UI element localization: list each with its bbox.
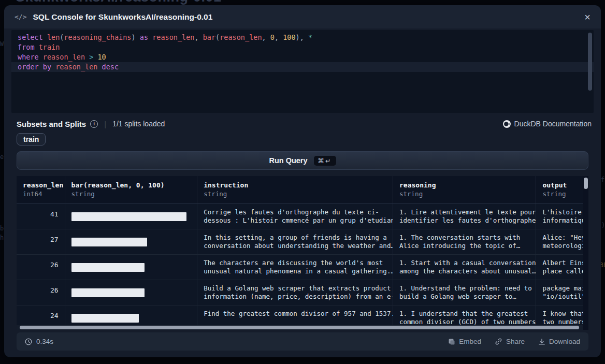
cell-output: Albert Einste place called — [536, 255, 588, 280]
value-bar — [71, 263, 145, 272]
cell-bar — [65, 204, 198, 229]
code-line[interactable]: where reason_len > 10 — [11, 52, 594, 62]
cell-instruction: Corrige les fautes d'orthographe du text… — [197, 204, 393, 229]
code-token: from — [18, 43, 39, 51]
code-token: train — [39, 43, 60, 51]
cell-reason-len: 27 — [17, 229, 65, 254]
duckdb-doc-link[interactable]: DuckDB Documentation — [503, 120, 592, 128]
backdrop-text-fragment: h — [0, 234, 4, 241]
download-icon — [538, 338, 545, 345]
subsets-splits-row: Subsets and Splits i | 1/1 splits loaded… — [17, 118, 592, 129]
code-token: reasoning_chains — [64, 33, 131, 41]
table-row[interactable]: 41Corrige les fautes d'orthographe du te… — [17, 204, 588, 229]
table-row[interactable]: 27In this setting, a group of friends is… — [17, 229, 588, 255]
code-token: select — [18, 33, 47, 41]
column-name: instruction — [204, 181, 386, 189]
download-button[interactable]: Download — [538, 338, 580, 345]
column-header-instruction[interactable]: instructionstring — [197, 176, 393, 203]
column-header-reason-len[interactable]: reason_lenint64 — [17, 176, 65, 203]
cell-reasoning: 1. Start with a casual conversation amon… — [393, 255, 536, 280]
split-chip-train[interactable]: train — [17, 133, 46, 145]
editor-scrollbar[interactable] — [588, 33, 592, 91]
divider: | — [104, 120, 106, 128]
column-name: output — [542, 181, 582, 189]
code-token: reason_len — [43, 53, 89, 61]
sql-editor[interactable]: select len(reasoning_chains) as reason_l… — [11, 30, 594, 113]
code-token: 100 — [283, 33, 295, 41]
code-token: as — [140, 33, 148, 41]
code-token: ( — [215, 33, 220, 41]
table-horizontal-scrollbar[interactable] — [17, 325, 583, 330]
column-name: bar(reason_len, 0, 100) — [71, 181, 191, 189]
code-token: len — [47, 33, 60, 41]
footer-actions: Embed Share Download — [448, 338, 580, 345]
table-row[interactable]: 26Build a Golang web scraper that extrac… — [17, 280, 588, 305]
duckdb-logo-icon — [503, 120, 511, 128]
code-token: reason_len — [55, 63, 102, 71]
run-query-button[interactable]: Run Query ⌘↵ — [17, 151, 588, 170]
splits-loaded-status: 1/1 splits loaded — [112, 120, 165, 128]
backdrop-text-fragment: b — [0, 225, 4, 232]
value-bar — [71, 288, 145, 297]
cell-bar — [65, 280, 198, 305]
column-type: string — [204, 190, 386, 198]
share-label: Share — [506, 338, 525, 345]
code-line[interactable]: order by reason_len desc — [11, 62, 594, 72]
code-lines: select len(reasoning_chains) as reason_l… — [11, 33, 594, 72]
value-bar — [71, 212, 186, 221]
code-token: where — [18, 53, 43, 61]
info-icon[interactable]: i — [90, 120, 98, 128]
subsets-splits-heading: Subsets and Splits — [17, 120, 86, 128]
backdrop-text-fragment: W — [0, 40, 4, 48]
cell-instruction: The characters are discussing the world'… — [197, 255, 393, 280]
cell-output: Alice: "Hey g meteorologist — [536, 229, 588, 254]
code-token: desc — [102, 63, 119, 71]
keyboard-shortcut-badge: ⌘↵ — [314, 156, 336, 166]
code-line[interactable]: from train — [11, 42, 594, 52]
column-name: reasoning — [399, 181, 529, 189]
code-token: ), — [296, 33, 308, 41]
share-button[interactable]: Share — [495, 338, 525, 345]
table-vertical-scrollbar[interactable] — [583, 176, 588, 330]
results-table: reason_lenint64bar(reason_len, 0, 100)st… — [17, 176, 588, 330]
embed-button[interactable]: Embed — [448, 338, 481, 345]
download-label: Download — [549, 338, 580, 345]
table-header-row: reason_lenint64bar(reason_len, 0, 100)st… — [17, 176, 588, 204]
column-type: string — [399, 190, 529, 198]
clock-icon — [25, 338, 32, 345]
table-row[interactable]: 26The characters are discussing the worl… — [17, 255, 588, 280]
column-header-reasoning[interactable]: reasoningstring — [393, 176, 536, 203]
scrollbar-thumb[interactable] — [20, 326, 579, 329]
value-bar — [71, 314, 139, 323]
cell-reason-len: 26 — [17, 280, 65, 305]
cell-reasoning: 1. Understand the problem: need to build… — [393, 280, 536, 305]
column-header-output[interactable]: outputstring — [536, 176, 588, 203]
column-name: reason_len — [23, 181, 59, 189]
code-token: bar — [203, 33, 215, 41]
cell-reason-len: 26 — [17, 255, 65, 280]
modal-footer: 0.34s Embed Share Download — [17, 332, 588, 351]
close-icon[interactable]: × — [584, 12, 590, 22]
column-header-bar-reason-len-0-100-[interactable]: bar(reason_len, 0, 100)string — [65, 176, 198, 203]
code-token: > — [89, 53, 97, 61]
duckdb-doc-label: DuckDB Documentation — [514, 120, 592, 128]
code-token: * — [308, 33, 312, 41]
code-token: reason_len — [220, 33, 262, 41]
query-elapsed-time: 0.34s — [25, 338, 53, 345]
code-token: reason_len — [152, 33, 194, 41]
code-icon: </> — [15, 13, 26, 21]
code-token: 0 — [270, 33, 275, 41]
value-bar — [71, 238, 147, 246]
table-body: 41Corrige les fautes d'orthographe du te… — [17, 204, 588, 330]
cell-reasoning: 1. Lire attentivement le texte pour iden… — [393, 204, 536, 229]
code-token: ) — [131, 33, 139, 41]
cell-output: L'histoire co informatique — [536, 204, 588, 229]
scrollbar-thumb[interactable] — [584, 178, 588, 189]
code-token: 10 — [97, 53, 106, 61]
backdrop-text-fragment: ) — [601, 222, 605, 229]
code-token: , — [275, 33, 283, 41]
backdrop-page-title: SkunkworksAI/reasoning-0.01 — [16, 0, 222, 5]
column-type: string — [542, 190, 582, 198]
backdrop-text-fragment: e — [0, 153, 4, 161]
code-line[interactable]: select len(reasoning_chains) as reason_l… — [11, 33, 594, 42]
